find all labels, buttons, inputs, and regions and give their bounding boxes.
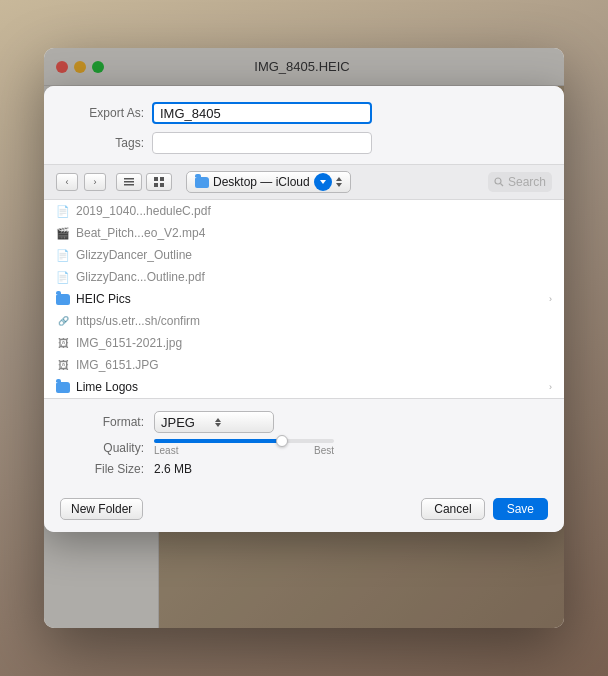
pdf-icon-0: 📄 [56, 204, 70, 218]
search-box[interactable]: Search [488, 172, 552, 192]
file-item-3[interactable]: 📄 GlizzyDanc...Outline.pdf [44, 266, 564, 288]
format-row: Format: JPEG [64, 411, 544, 433]
save-dialog: Export As: Tags: ‹ › [44, 86, 564, 532]
cancel-button[interactable]: Cancel [421, 498, 484, 520]
svg-rect-30 [124, 181, 134, 183]
location-arrows [336, 177, 342, 187]
tags-input[interactable] [152, 132, 372, 154]
link-icon-5: 🔗 [56, 314, 70, 328]
search-icon [494, 177, 504, 187]
svg-marker-36 [320, 180, 326, 184]
tags-label: Tags: [64, 136, 144, 150]
quality-slider-wrap: Least Best [154, 439, 334, 456]
doc-icon-2: 📄 [56, 248, 70, 262]
filesize-label: File Size: [64, 462, 144, 476]
quality-best-label: Best [314, 445, 334, 456]
format-area: Format: JPEG Quality: [44, 399, 564, 490]
file-name-0: 2019_1040...heduleC.pdf [76, 204, 552, 218]
img-icon-7: 🖼 [56, 358, 70, 372]
chevron-right-8: › [549, 382, 552, 392]
dialog-toolbar: ‹ › Desktop — iCloud [44, 164, 564, 200]
export-as-input[interactable] [152, 102, 372, 124]
img-icon-6: 🖼 [56, 336, 70, 350]
file-item-8[interactable]: Lime Logos › [44, 376, 564, 398]
svg-rect-35 [160, 183, 164, 187]
format-select[interactable]: JPEG [154, 411, 274, 433]
svg-rect-34 [154, 183, 158, 187]
format-value: JPEG [161, 415, 195, 430]
file-item-5[interactable]: 🔗 https/us.etr...sh/confirm [44, 310, 564, 332]
quality-label: Quality: [64, 441, 144, 455]
select-arrows [215, 418, 221, 427]
file-item-7[interactable]: 🖼 IMG_6151.JPG [44, 354, 564, 376]
export-as-row: Export As: [64, 102, 544, 124]
svg-rect-32 [154, 177, 158, 181]
save-button[interactable]: Save [493, 498, 548, 520]
location-dropdown[interactable]: Desktop — iCloud [186, 171, 351, 193]
file-list: 📄 2019_1040...heduleC.pdf 🎬 Beat_Pitch..… [44, 200, 564, 399]
chevron-right-4: › [549, 294, 552, 304]
export-as-label: Export As: [64, 106, 144, 120]
dialog-top: Export As: Tags: [44, 86, 564, 164]
file-item-6[interactable]: 🖼 IMG_6151-2021.jpg [44, 332, 564, 354]
video-icon-1: 🎬 [56, 226, 70, 240]
svg-rect-33 [160, 177, 164, 181]
file-item-4[interactable]: HEIC Pics › [44, 288, 564, 310]
quality-row: Quality: Least Best [64, 439, 544, 456]
file-name-1: Beat_Pitch...eo_V2.mp4 [76, 226, 552, 240]
dialog-buttons: New Folder Cancel Save [44, 490, 564, 532]
svg-point-37 [495, 178, 501, 184]
tags-row: Tags: [64, 132, 544, 154]
file-item-0[interactable]: 📄 2019_1040...heduleC.pdf [44, 200, 564, 222]
grid-view-button[interactable] [146, 173, 172, 191]
file-item-2[interactable]: 📄 GlizzyDancer_Outline [44, 244, 564, 266]
quality-slider-labels: Least Best [154, 445, 334, 456]
quality-slider-track[interactable] [154, 439, 334, 443]
file-name-8: Lime Logos [76, 380, 543, 394]
location-text: Desktop — iCloud [213, 175, 310, 189]
forward-button[interactable]: › [84, 173, 106, 191]
pdf-icon-3: 📄 [56, 270, 70, 284]
right-buttons: Cancel Save [421, 498, 548, 520]
svg-line-38 [500, 184, 503, 187]
file-name-2: GlizzyDancer_Outline [76, 248, 552, 262]
format-label: Format: [64, 415, 144, 429]
file-name-4: HEIC Pics [76, 292, 543, 306]
quality-slider-fill [154, 439, 280, 443]
view-buttons [116, 173, 172, 191]
file-name-3: GlizzyDanc...Outline.pdf [76, 270, 552, 284]
location-folder-icon [195, 177, 209, 188]
filesize-value: 2.6 MB [154, 462, 192, 476]
new-folder-button[interactable]: New Folder [60, 498, 143, 520]
folder-icon-4 [56, 294, 70, 305]
file-item-1[interactable]: 🎬 Beat_Pitch...eo_V2.mp4 [44, 222, 564, 244]
svg-rect-29 [124, 178, 134, 180]
svg-rect-31 [124, 184, 134, 186]
dialog-overlay: Export As: Tags: ‹ › [44, 48, 564, 628]
file-name-5: https/us.etr...sh/confirm [76, 314, 552, 328]
location-expand-button[interactable] [314, 173, 332, 191]
file-name-7: IMG_6151.JPG [76, 358, 552, 372]
quality-least-label: Least [154, 445, 178, 456]
back-button[interactable]: ‹ [56, 173, 78, 191]
search-placeholder: Search [508, 175, 546, 189]
folder-icon-8 [56, 382, 70, 393]
filesize-row: File Size: 2.6 MB [64, 462, 544, 476]
file-name-6: IMG_6151-2021.jpg [76, 336, 552, 350]
list-view-button[interactable] [116, 173, 142, 191]
